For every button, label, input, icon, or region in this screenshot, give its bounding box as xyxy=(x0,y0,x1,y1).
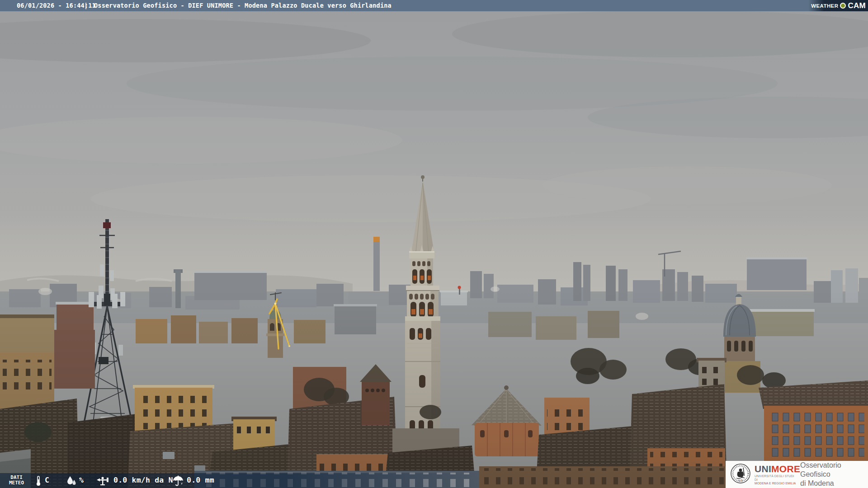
weathercam-logo: Weather CAM xyxy=(808,0,868,11)
weather-bar-label: DATI METEO xyxy=(9,475,24,486)
unimore-wordmark[interactable]: UNIMORE UNIVERSITÀ DEGLI STUDI DI MODENA… xyxy=(755,464,798,485)
unimore-brand-box: 1175 UNIMORE UNIVERSITÀ DEGLI STUDI DI M… xyxy=(726,461,868,488)
rain-icon xyxy=(172,475,184,486)
rain-value: 0.0 mm xyxy=(187,476,214,484)
separator: | xyxy=(84,2,88,9)
unimore-uni: UNI xyxy=(755,464,771,474)
weathercam-dot-icon xyxy=(840,3,846,9)
temperature-value: C xyxy=(45,476,49,484)
wind-value: 0.0 km/h da N xyxy=(113,476,173,484)
unimore-crest-icon: 1175 xyxy=(730,462,751,487)
university-line1: UNIVERSITÀ DEGLI STUDI DI xyxy=(755,474,798,482)
crest-year: 1175 xyxy=(738,479,743,482)
humidity-icon xyxy=(66,475,77,486)
wind-vane-icon xyxy=(96,475,109,486)
weathercam-word2: CAM xyxy=(848,2,866,9)
city-panorama xyxy=(0,0,868,488)
unimore-more: MORE xyxy=(771,464,800,474)
observatory-name: Osservatorio Geofisico di Modena xyxy=(800,461,868,488)
weathercam-word1: Weather xyxy=(811,3,838,9)
top-status-bar: 06/01/2026 - 16:44:11 | Osservatorio Geo… xyxy=(0,0,868,11)
weather-data-bar: DATI METEO C % 0.0 km/h da N xyxy=(0,473,479,488)
camera-title: Osservatorio Geofisico - DIEF UNIMORE - … xyxy=(94,2,392,9)
university-line2: MODENA E REGGIO EMILIA xyxy=(755,482,798,485)
thermometer-icon xyxy=(35,475,42,486)
humidity-value: % xyxy=(79,476,84,484)
webcam-frame: 06/01/2026 - 16:44:11 | Osservatorio Geo… xyxy=(0,0,868,488)
